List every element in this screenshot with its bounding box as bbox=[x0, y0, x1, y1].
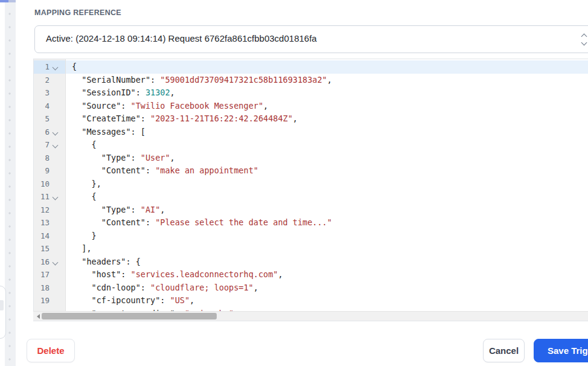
line-number: 4 bbox=[34, 101, 50, 111]
code-token bbox=[72, 153, 101, 162]
canvas-node-top-edge-light bbox=[8, 0, 16, 2]
gutter-row: 9 bbox=[34, 164, 65, 178]
editor-line[interactable]: } bbox=[66, 230, 588, 243]
editor-line[interactable]: "CreateTime": "2023-11-21T16:22:42.26448… bbox=[66, 112, 588, 126]
code-token bbox=[72, 269, 92, 279]
code-token: : [ bbox=[131, 127, 145, 136]
delete-button[interactable]: Delete bbox=[27, 339, 75, 362]
save-trigger-button[interactable]: Save Trigger bbox=[534, 339, 588, 362]
line-number: 18 bbox=[34, 283, 50, 292]
fold-chevron-icon[interactable] bbox=[53, 143, 59, 149]
editor-line[interactable]: "host": "services.leadconnectorhq.com", bbox=[66, 268, 588, 281]
gutter-row: 11 bbox=[34, 190, 65, 204]
code-token bbox=[72, 75, 81, 85]
code-token: "2023-11-21T16:22:42.264484Z" bbox=[150, 114, 293, 123]
line-number: 9 bbox=[34, 166, 50, 175]
code-token: : bbox=[141, 114, 150, 123]
select-up-down-chevrons-icon[interactable] bbox=[581, 33, 588, 45]
gutter-row: 7 bbox=[34, 138, 65, 152]
line-number: 11 bbox=[34, 192, 50, 201]
code-token: } bbox=[72, 231, 97, 240]
line-number: 5 bbox=[34, 114, 50, 123]
editor-line[interactable]: "Source": "Twilio Facebook Messenger", bbox=[66, 100, 588, 113]
line-number: 7 bbox=[34, 140, 50, 149]
code-token bbox=[72, 217, 101, 227]
code-token: , bbox=[263, 101, 268, 111]
line-number: 13 bbox=[34, 218, 50, 227]
code-token: "cloudflare; loops=1" bbox=[150, 283, 254, 292]
editor-line[interactable]: { bbox=[66, 190, 588, 204]
gutter-row: 13 bbox=[34, 216, 65, 230]
code-token: , bbox=[293, 114, 298, 123]
code-token: "make an appointment" bbox=[155, 165, 258, 175]
editor-line[interactable]: "Type": "User", bbox=[66, 152, 588, 165]
line-number: 16 bbox=[34, 257, 50, 266]
code-token: "Type" bbox=[101, 205, 131, 214]
horizontal-scrollbar[interactable] bbox=[33, 311, 588, 321]
code-token: , bbox=[190, 295, 194, 305]
code-token bbox=[72, 295, 92, 305]
gutter-row: 18 bbox=[34, 281, 65, 295]
fold-chevron-icon[interactable] bbox=[53, 129, 59, 135]
code-token: : bbox=[131, 153, 141, 162]
code-token: "SessionID" bbox=[81, 88, 135, 97]
editor-line[interactable]: "Content": "make an appointment" bbox=[66, 164, 588, 178]
code-token: "cf-ipcountry" bbox=[92, 295, 161, 305]
editor-line[interactable]: "cdn-loop": "cloudflare; loops=1", bbox=[66, 281, 588, 295]
code-token: : bbox=[145, 217, 155, 227]
code-token: "CreateTime" bbox=[81, 114, 141, 123]
line-number: 10 bbox=[34, 179, 50, 188]
fold-chevron-icon[interactable] bbox=[53, 194, 59, 201]
editor-line[interactable]: "cf-ipcountry": "US", bbox=[66, 294, 588, 307]
editor-line[interactable]: "Type": "AI", bbox=[66, 204, 588, 217]
gutter-row: 17 bbox=[34, 268, 65, 281]
code-token bbox=[72, 205, 101, 214]
editor-line[interactable]: "Content": "Please select the date and t… bbox=[66, 216, 588, 230]
code-token: "User" bbox=[141, 153, 170, 162]
mapping-reference-select[interactable]: Active: (2024-12-18 09:14:14) Request 67… bbox=[34, 25, 588, 53]
trigger-mapping-panel: MAPPING REFERENCE Active: (2024-12-18 09… bbox=[0, 0, 588, 366]
editor-line[interactable]: { bbox=[66, 138, 588, 152]
editor-line[interactable]: }, bbox=[66, 178, 588, 191]
code-token: "Source" bbox=[81, 101, 121, 111]
code-token bbox=[72, 88, 81, 97]
code-token bbox=[72, 257, 81, 266]
gutter-row: 5 bbox=[34, 112, 65, 126]
code-token: : bbox=[121, 269, 130, 279]
code-token: "host" bbox=[92, 269, 121, 279]
code-token: : bbox=[141, 283, 150, 292]
editor-code[interactable]: { "SerialNumber": "59001dd73709417321c58… bbox=[66, 59, 588, 321]
line-number: 1 bbox=[34, 62, 50, 71]
editor-line[interactable]: ], bbox=[66, 242, 588, 255]
code-token: { bbox=[72, 140, 97, 149]
cancel-button[interactable]: Cancel bbox=[483, 339, 525, 362]
code-token: ], bbox=[72, 243, 92, 253]
horizontal-scrollbar-thumb[interactable] bbox=[42, 313, 217, 319]
gutter-row: 1 bbox=[34, 60, 65, 74]
json-code-editor[interactable]: 1234567891011121314151617181920 { "Seria… bbox=[33, 59, 588, 321]
code-token bbox=[72, 127, 81, 136]
editor-line[interactable]: "headers": { bbox=[66, 255, 588, 269]
line-number: 17 bbox=[34, 270, 50, 279]
code-token: "Content" bbox=[101, 165, 145, 175]
code-token: "headers" bbox=[81, 257, 126, 266]
fold-chevron-icon[interactable] bbox=[53, 65, 59, 71]
editor-line[interactable]: "SessionID": 31302, bbox=[66, 86, 588, 100]
code-token: "Content" bbox=[101, 217, 145, 227]
line-number: 12 bbox=[34, 205, 50, 214]
editor-gutter: 1234567891011121314151617181920 bbox=[34, 59, 66, 321]
triangle-left-icon bbox=[37, 314, 40, 319]
code-token: : bbox=[145, 165, 155, 175]
code-token: "cdn-loop" bbox=[92, 283, 141, 292]
gutter-row: 2 bbox=[34, 74, 65, 87]
background-card-placeholder bbox=[0, 300, 4, 310]
editor-line[interactable]: { bbox=[66, 60, 588, 74]
mapping-reference-title: MAPPING REFERENCE bbox=[34, 8, 121, 17]
fold-chevron-icon[interactable] bbox=[53, 259, 59, 265]
code-token: { bbox=[72, 62, 77, 71]
code-token: "Type" bbox=[101, 153, 131, 162]
editor-line[interactable]: "SerialNumber": "59001dd73709417321c58b1… bbox=[66, 74, 588, 87]
editor-line[interactable]: "Messages": [ bbox=[66, 126, 588, 139]
line-number: 2 bbox=[34, 75, 50, 85]
code-token: : bbox=[136, 88, 145, 97]
